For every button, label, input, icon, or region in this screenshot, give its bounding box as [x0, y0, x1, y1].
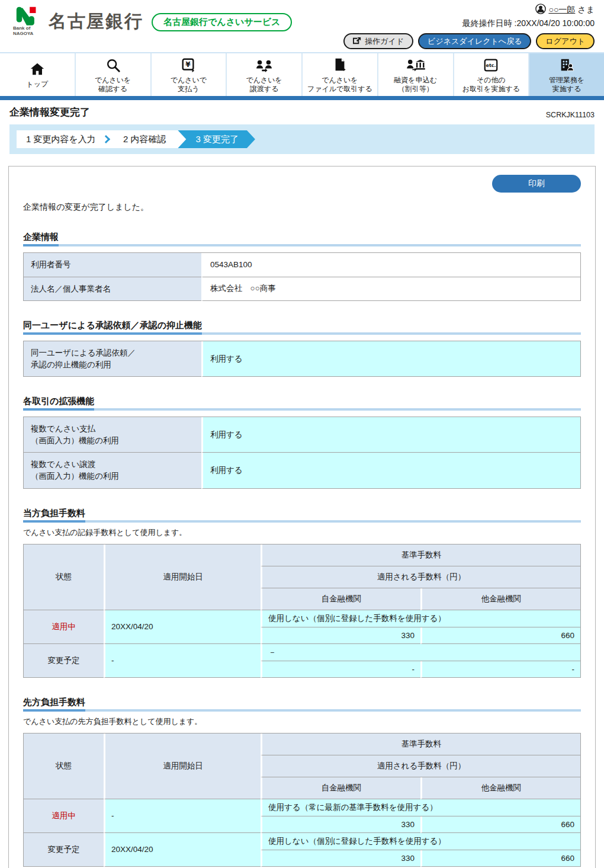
main-navigation: トップ でんさいを 確認する ¥ でんさいで 支払う でんさいを 譲渡する [0, 52, 604, 96]
print-button-top[interactable]: 印刷 [492, 175, 581, 193]
nav-top[interactable]: トップ [0, 53, 75, 96]
loan-icon [406, 56, 425, 74]
approval-suppress-table: 同一ユーザによる承認依頼／ 承認の抑止機能の利用 利用する [23, 341, 581, 377]
nav-other[interactable]: etc. その他の お取引を実施する [453, 53, 529, 96]
row-value: 利用する [201, 417, 580, 453]
col-header-start-date: 適用開始日 [104, 734, 261, 799]
own-bank-fee-cell: 330 [261, 850, 420, 867]
table-row: 利用者番号 0543AB100 [24, 253, 580, 277]
own-fee-description: でんさい支払の記録手数料として使用します。 [23, 527, 581, 538]
nav-loan[interactable]: 融資を申込む （割引等） [377, 53, 453, 96]
svg-text:etc.: etc. [486, 63, 496, 68]
row-value: 0543AB100 [201, 253, 580, 277]
file-icon [332, 56, 348, 74]
start-date-cell: 20XX/04/20 [104, 610, 261, 644]
counter-fee-description: でんさい支払の先方負担手数料として使用します。 [23, 716, 581, 727]
col-header-own-bank: 自金融機関 [261, 588, 420, 610]
bank-romaji: Bank of NAGOYA [13, 26, 40, 37]
row-value: 利用する [201, 453, 580, 488]
completion-message: 企業情報の変更が完了しました。 [23, 202, 581, 213]
status-badge: 変更予定 [24, 833, 104, 867]
row-label: 複数でんさい支払 （画面入力）機能の利用 [24, 417, 201, 453]
table-row: 複数でんさい譲渡 （画面入力）機能の利用 利用する [24, 453, 580, 488]
approval-suppress-section: 同一ユーザによる承認依頼／承認の抑止機能 同一ユーザによる承認依頼／ 承認の抑止… [23, 320, 581, 377]
own-fee-section: 当方負担手数料 でんさい支払の記録手数料として使用します。 状態 適用開始日 基… [23, 508, 581, 678]
admin-icon [559, 56, 574, 74]
usage-cell: 使用しない（個別に登録した手数料を使用する） [261, 833, 580, 850]
etc-icon: etc. [483, 56, 499, 74]
col-header-base-fee: 基準手数料 [261, 544, 580, 566]
page-title: 企業情報変更完了 [9, 105, 90, 119]
start-date-cell: 20XX/04/20 [104, 833, 261, 867]
col-header-applied-fee: 適用される手数料（円） [261, 755, 580, 777]
svg-text:¥: ¥ [186, 60, 191, 69]
header: Bank of NAGOYA 名古屋銀行 名古屋銀行でんさいサービス ○○一郎 … [0, 0, 604, 52]
guide-button[interactable]: 操作ガイド [343, 33, 413, 49]
row-label: 法人名／個人事業者名 [24, 277, 201, 302]
extension-table: 複数でんさい支払 （画面入力）機能の利用 利用する 複数でんさい譲渡 （画面入力… [23, 417, 581, 488]
transfer-icon [255, 56, 273, 74]
section-title-counter-fee: 先方負担手数料 [23, 697, 581, 712]
user-name-link[interactable]: ○○一郎 [548, 5, 575, 15]
table-row: 法人名／個人事業者名 株式会社 ○○商事 [24, 277, 580, 302]
table-row: 変更予定 - － [24, 644, 580, 661]
counter-fee-table: 状態 適用開始日 基準手数料 適用される手数料（円） 自金融機関 他金融機関 適… [23, 733, 581, 867]
row-label: 複数でんさい譲渡 （画面入力）機能の利用 [24, 453, 201, 488]
table-row: 適用中 - 使用する（常に最新の基準手数料を使用する） [24, 799, 580, 816]
section-title-own-fee: 当方負担手数料 [23, 508, 581, 523]
step-2: 2 内容確認 [114, 134, 176, 145]
table-row: 複数でんさい支払 （画面入力）機能の利用 利用する [24, 417, 580, 453]
col-header-start-date: 適用開始日 [104, 544, 261, 610]
step-1: 1 変更内容を入力 [17, 134, 105, 145]
home-icon [30, 60, 45, 78]
table-row: 同一ユーザによる承認依頼／ 承認の抑止機能の利用 利用する [24, 341, 580, 377]
table-row: 適用中 20XX/04/20 使用しない（個別に登録した手数料を使用する） [24, 610, 580, 627]
nav-pay-densai[interactable]: ¥ でんさいで 支払う [150, 53, 226, 96]
company-info-section: 企業情報 利用者番号 0543AB100 法人名／個人事業者名 株式会社 ○○商… [23, 232, 581, 301]
screen-id: SCRKJK11103 [546, 111, 595, 119]
logout-button[interactable]: ログアウト [536, 33, 595, 49]
user-suffix: さま [577, 5, 595, 15]
start-date-cell: - [104, 799, 261, 833]
row-value: 利用する [201, 341, 580, 377]
nav-check-densai[interactable]: でんさいを 確認する [75, 53, 150, 96]
last-operation-datetime: 最終操作日時 :20XX/04/20 10:00:00 [343, 18, 595, 29]
status-badge: 適用中 [24, 799, 104, 833]
company-info-table: 利用者番号 0543AB100 法人名／個人事業者名 株式会社 ○○商事 [23, 252, 581, 301]
other-bank-fee-cell: - [420, 661, 580, 678]
extension-section: 各取引の拡張機能 複数でんさい支払 （画面入力）機能の利用 利用する 複数でんさ… [23, 396, 581, 488]
bank-logo-icon: Bank of NAGOYA [13, 6, 40, 37]
section-title-extension: 各取引の拡張機能 [23, 396, 581, 411]
own-bank-fee-cell: 330 [261, 816, 420, 833]
other-bank-fee-cell: 660 [420, 627, 580, 644]
search-icon [105, 56, 121, 74]
own-bank-fee-cell: 330 [261, 627, 420, 644]
step-3-current: 3 変更完了 [178, 130, 255, 148]
row-label: 同一ユーザによる承認依頼／ 承認の抑止機能の利用 [24, 341, 201, 377]
yen-pay-icon: ¥ [181, 56, 196, 74]
content-panel: 印刷 企業情報の変更が完了しました。 企業情報 利用者番号 0543AB100 … [8, 166, 596, 868]
business-direct-back-button[interactable]: ビジネスダイレクトへ戻る [418, 33, 531, 49]
row-label: 利用者番号 [24, 253, 201, 277]
col-header-status: 状態 [24, 544, 104, 610]
usage-cell: 使用する（常に最新の基準手数料を使用する） [261, 799, 580, 816]
user-icon [535, 4, 546, 16]
col-header-base-fee: 基準手数料 [261, 734, 580, 755]
col-header-applied-fee: 適用される手数料（円） [261, 566, 580, 588]
status-badge: 変更予定 [24, 644, 104, 678]
col-header-own-bank: 自金融機関 [261, 777, 420, 799]
external-link-icon [353, 36, 362, 47]
nav-transfer-densai[interactable]: でんさいを 譲渡する [226, 53, 301, 96]
counter-fee-section: 先方負担手数料 でんさい支払の先方負担手数料として使用します。 状態 適用開始日… [23, 697, 581, 867]
nav-admin[interactable]: 管理業務を 実施する [528, 53, 604, 96]
nav-file-trade[interactable]: でんさいを ファイルで取引する [301, 53, 377, 96]
other-bank-fee-cell: 660 [420, 850, 580, 867]
other-bank-fee-cell: 660 [420, 816, 580, 833]
table-row: 変更予定 20XX/04/20 使用しない（個別に登録した手数料を使用する） [24, 833, 580, 850]
own-fee-table: 状態 適用開始日 基準手数料 適用される手数料（円） 自金融機関 他金融機関 適… [23, 544, 581, 678]
col-header-other-bank: 他金融機関 [420, 777, 580, 799]
own-bank-fee-cell: - [261, 661, 420, 678]
start-date-cell: - [104, 644, 261, 678]
row-value: 株式会社 ○○商事 [201, 277, 580, 302]
section-title-company: 企業情報 [23, 232, 581, 246]
